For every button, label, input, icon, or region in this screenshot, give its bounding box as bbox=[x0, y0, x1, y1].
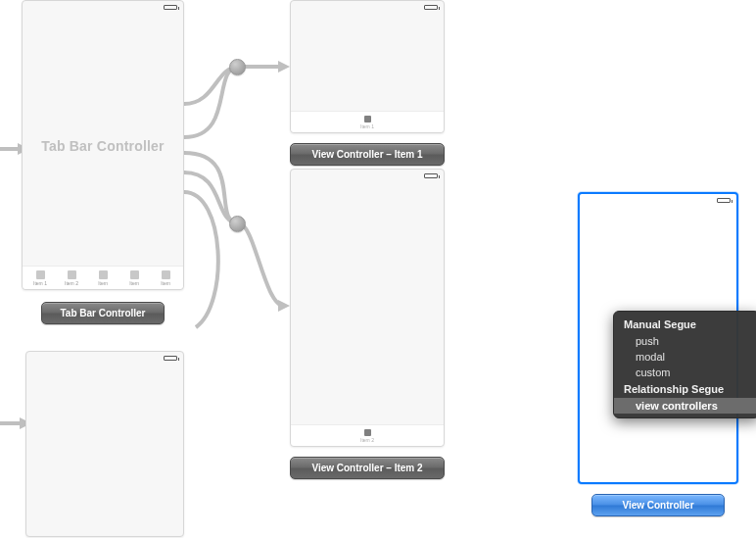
menu-item-view-controllers[interactable]: view controllers bbox=[614, 398, 756, 414]
square-icon bbox=[99, 270, 108, 279]
square-icon bbox=[68, 270, 76, 279]
menu-item-push[interactable]: push bbox=[614, 333, 756, 349]
battery-icon bbox=[424, 173, 438, 178]
battery-icon bbox=[424, 5, 438, 10]
tab-bar-item-label: Item 2 bbox=[65, 280, 78, 286]
tab-bar-item-label: Item bbox=[129, 280, 139, 286]
tab-bar: Item 1 Item 2 Item Item Item bbox=[23, 266, 183, 289]
menu-item-modal[interactable]: modal bbox=[614, 349, 756, 365]
square-icon bbox=[364, 116, 371, 122]
scene-partial-bottom[interactable] bbox=[25, 351, 184, 537]
tab-bar-item-label: Item bbox=[161, 280, 170, 286]
square-icon bbox=[162, 270, 170, 279]
scene-caption-selected[interactable]: View Controller bbox=[591, 494, 725, 516]
segue-node[interactable] bbox=[229, 216, 246, 232]
tab-bar-item-label: Item 2 bbox=[360, 437, 374, 443]
tab-bar-item-label: Item bbox=[98, 280, 108, 286]
tab-bar-item-label: Item 1 bbox=[360, 123, 374, 129]
tab-bar-item[interactable]: Item bbox=[89, 270, 117, 286]
menu-header: Manual Segue bbox=[614, 316, 756, 333]
battery-icon bbox=[164, 5, 177, 10]
scene-tab-bar-controller[interactable]: Tab Bar Controller Item 1 Item 2 Item It… bbox=[22, 0, 184, 290]
svg-marker-1 bbox=[278, 61, 290, 73]
tab-bar-item-label: Item 1 bbox=[33, 280, 47, 286]
square-icon bbox=[130, 270, 139, 279]
square-icon bbox=[36, 270, 45, 279]
scene-view-controller-item1[interactable]: Item 1 bbox=[290, 0, 445, 133]
tab-bar-item[interactable]: Item 1 bbox=[26, 270, 54, 286]
segue-popup-menu: Manual Segue push modal custom Relations… bbox=[613, 311, 756, 418]
tab-bar-item[interactable]: Item bbox=[152, 270, 179, 286]
scene-caption-item1[interactable]: View Controller – Item 1 bbox=[290, 143, 445, 166]
menu-header: Relationship Segue bbox=[614, 380, 756, 398]
tab-bar: Item 2 bbox=[291, 424, 444, 446]
tab-bar-item[interactable]: Item 2 bbox=[58, 270, 85, 286]
square-icon bbox=[364, 429, 371, 436]
svg-marker-2 bbox=[278, 300, 290, 312]
scene-view-controller-item2[interactable]: Item 2 bbox=[290, 169, 445, 447]
battery-icon bbox=[717, 198, 731, 203]
segue-node[interactable] bbox=[229, 59, 246, 75]
scene-placeholder-title: Tab Bar Controller bbox=[23, 138, 183, 154]
scene-caption-item2[interactable]: View Controller – Item 2 bbox=[290, 457, 445, 479]
tab-bar-item[interactable]: Item bbox=[120, 270, 148, 286]
menu-item-custom[interactable]: custom bbox=[614, 365, 756, 380]
battery-icon bbox=[164, 356, 177, 361]
tab-bar: Item 1 bbox=[291, 111, 444, 132]
scene-caption-tab-bar-controller[interactable]: Tab Bar Controller bbox=[41, 302, 165, 324]
